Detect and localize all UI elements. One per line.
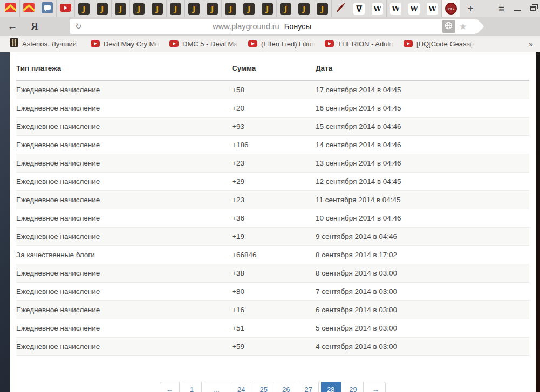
pagination: ← 1 ... 24 25 26 27 28 29 → xyxy=(16,382,529,392)
url-text[interactable]: www.playground.ruБонусы xyxy=(82,22,442,31)
bookmark-devil-may-cry[interactable]: Devil May Cry Mo xyxy=(91,40,160,48)
tab-wikipedia[interactable]: W xyxy=(387,0,405,17)
restore-window-button[interactable] xyxy=(530,6,536,11)
tab-j-site[interactable]: J xyxy=(167,0,185,17)
browser-window: J J J J J J J J J J J J J J ∇ W W W W PG… xyxy=(0,0,540,392)
payment-type-cell: За качественные блоги xyxy=(16,245,232,264)
payment-type-cell: Ежедневное начисление xyxy=(16,135,232,154)
tab-feather-site[interactable] xyxy=(332,0,350,17)
youtube-icon xyxy=(404,40,413,47)
tab-j-site[interactable]: J xyxy=(203,0,222,17)
tab-j-site[interactable]: J xyxy=(295,0,313,17)
url-host: www.playground.ru xyxy=(213,22,279,31)
j-site-icon: J xyxy=(298,3,310,15)
amount-cell: +19 xyxy=(232,227,316,245)
table-row: Ежедневное начисление +19 9 сентября 201… xyxy=(16,227,529,245)
bookmark-star-icon[interactable]: ★ xyxy=(459,21,467,32)
pagination-page-1[interactable]: 1 xyxy=(182,382,202,392)
j-site-icon: J xyxy=(207,3,218,15)
youtube-icon xyxy=(248,40,257,47)
bookmark-therion[interactable]: THERION - Adulru xyxy=(325,40,394,48)
pagination-page-27[interactable]: 27 xyxy=(299,382,319,392)
tab-playground-active[interactable]: PG xyxy=(442,0,460,17)
minimize-button[interactable] xyxy=(514,10,521,11)
bonus-table: Тип платежа Сумма Дата Ежедневное начисл… xyxy=(16,52,529,356)
pagination-page-28-active[interactable]: 28 xyxy=(321,382,341,392)
bookmark-dmc5[interactable]: DMC 5 - Devil Ma xyxy=(169,40,238,48)
tab-j-site[interactable]: J xyxy=(75,0,93,17)
youtube-icon xyxy=(91,40,100,47)
pagination-next-button[interactable]: → xyxy=(366,382,386,392)
tab-j-site[interactable]: J xyxy=(277,0,295,17)
date-cell: 11 сентября 2014 в 04:45 xyxy=(316,190,529,209)
tab-j-site[interactable]: J xyxy=(185,0,203,17)
tab-j-site[interactable]: J xyxy=(240,0,258,17)
tab-messenger[interactable] xyxy=(38,0,57,17)
reload-icon[interactable]: ↻ xyxy=(75,22,82,31)
page-title-in-url: Бонусы xyxy=(284,22,311,31)
date-cell: 8 сентября 2014 в 17:02 xyxy=(316,245,529,264)
tab-j-site[interactable]: J xyxy=(93,0,112,17)
pagination-page-24[interactable]: 24 xyxy=(231,382,251,392)
site-region-button[interactable] xyxy=(442,20,455,33)
payment-type-cell: Ежедневное начисление xyxy=(16,172,232,190)
tab-j-site[interactable]: J xyxy=(258,0,277,17)
new-tab-button[interactable]: + xyxy=(460,0,481,17)
date-cell: 9 сентября 2014 в 04:46 xyxy=(316,227,529,245)
j-site-icon: J xyxy=(170,3,181,15)
table-row: Ежедневное начисление +16 6 сентября 201… xyxy=(16,300,529,319)
address-bar[interactable]: ↻ www.playground.ruБонусы ★ xyxy=(70,19,476,34)
tab-wikipedia[interactable]: W xyxy=(423,0,442,17)
amount-cell: +23 xyxy=(232,154,316,172)
youtube-icon xyxy=(169,40,179,47)
tab-j-site[interactable]: J xyxy=(130,0,148,17)
browser-menu-button[interactable]: ≡ xyxy=(498,4,504,14)
j-site-icon: J xyxy=(188,3,200,15)
pagination-ellipsis: ... xyxy=(204,382,229,392)
payment-type-cell: Ежедневное начисление xyxy=(16,227,232,245)
payment-type-cell: Ежедневное начисление xyxy=(16,190,232,209)
tab-wikipedia[interactable]: W xyxy=(368,0,387,17)
date-cell: 10 сентября 2014 в 04:46 xyxy=(316,209,529,227)
date-cell: 14 сентября 2014 в 04:46 xyxy=(316,135,529,154)
tab-j-site[interactable]: J xyxy=(112,0,130,17)
date-cell: 16 сентября 2014 в 04:45 xyxy=(316,99,529,117)
label-fade xyxy=(385,40,394,48)
bookmarks-overflow-chevron[interactable]: » xyxy=(529,39,540,49)
tab-yandex-mail[interactable] xyxy=(2,0,20,17)
bookmark-code-geass[interactable]: [HQ]Code Geass(A xyxy=(404,40,475,48)
address-bar-tail xyxy=(469,19,484,34)
yandex-logo[interactable]: Я xyxy=(29,21,40,32)
tab-yandex-mail[interactable] xyxy=(20,0,38,17)
pagination-page-25[interactable]: 25 xyxy=(254,382,274,392)
bookmark-elfen-lied[interactable]: (Elfen Lied) Lilium xyxy=(248,40,315,48)
tab-j-site[interactable]: J xyxy=(148,0,167,17)
tab-j-site[interactable]: J xyxy=(222,0,240,17)
youtube-icon xyxy=(325,40,334,47)
bookmark-asterios[interactable]: Asterios. Лучший xyxy=(10,38,81,49)
payment-type-cell: Ежедневное начисление xyxy=(16,282,232,300)
pagination-page-26[interactable]: 26 xyxy=(276,382,296,392)
table-row: Ежедневное начисление +38 8 сентября 201… xyxy=(16,264,529,282)
globe-icon xyxy=(445,22,453,32)
amount-cell: +36 xyxy=(232,209,316,227)
pagination-prev-button[interactable]: ← xyxy=(160,382,180,392)
j-site-icon: J xyxy=(115,3,126,15)
tab-nabla-site[interactable]: ∇ xyxy=(350,0,368,17)
back-button[interactable]: ← xyxy=(5,20,19,32)
table-row: Ежедневное начисление +186 14 сентября 2… xyxy=(16,135,529,154)
amount-cell: +16 xyxy=(232,300,316,319)
amount-cell: +80 xyxy=(232,282,316,300)
pagination-page-29[interactable]: 29 xyxy=(344,382,364,392)
date-cell: 7 сентября 2014 в 03:00 xyxy=(316,282,529,300)
navigation-toolbar: ← Я ↻ www.playground.ruБонусы ★ xyxy=(0,17,540,36)
label-fade xyxy=(230,40,238,48)
date-cell: 8 сентября 2014 в 03:00 xyxy=(316,264,529,282)
tab-wikipedia[interactable]: W xyxy=(405,0,423,17)
bookmark-label: Asterios. Лучший xyxy=(22,40,77,48)
payment-type-cell: Ежедневное начисление xyxy=(16,154,232,172)
tab-j-site[interactable]: J xyxy=(313,0,332,17)
table-row: Ежедневное начисление +23 11 сентября 20… xyxy=(16,190,529,209)
table-row: Ежедневное начисление +93 15 сентября 20… xyxy=(16,117,529,135)
tab-youtube[interactable] xyxy=(57,0,75,17)
